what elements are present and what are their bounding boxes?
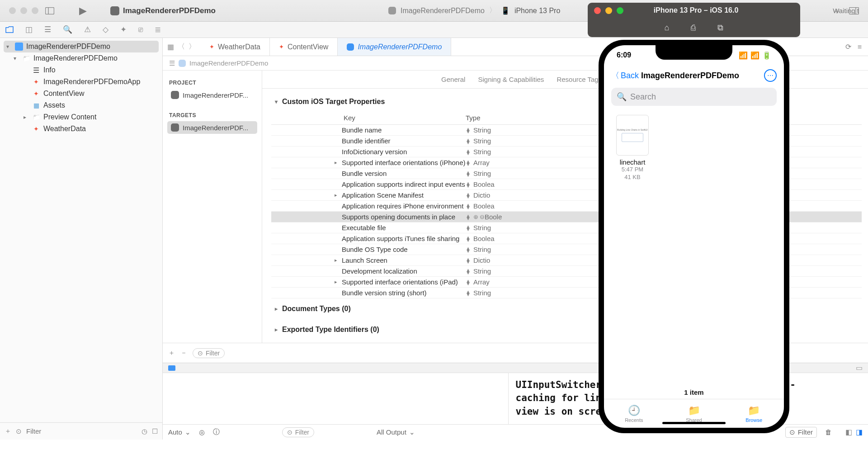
home-indicator[interactable] [662,422,726,424]
app-icon [179,60,186,67]
debug-tag-icon[interactable] [168,365,175,371]
app-icon [171,91,179,99]
tree-item-label: ContentView [43,90,84,98]
refresh-icon[interactable]: ⟳ [845,43,851,51]
breakpoint-navigator-icon[interactable]: ⎚ [138,25,143,34]
file-time: 5:47 PM [613,166,652,174]
back-icon[interactable]: 〈 [178,42,185,52]
tree-item-preview[interactable]: ▸ Preview Content [4,111,159,123]
debug-navigator-icon[interactable]: ✦ [120,25,127,34]
assets-icon: ▦ [32,101,40,109]
swift-icon: ✦ [32,90,40,98]
panels-icon[interactable] [849,7,859,14]
screenshot-icon[interactable]: ⎙ [691,23,696,33]
variables-scope[interactable]: Auto⌄ [168,428,191,436]
search-icon: 🔍 [617,92,627,102]
run-button[interactable]: ▶ [79,5,87,17]
tab-general[interactable]: General [441,76,465,83]
doc-outline-icon[interactable]: ☰ [169,59,175,67]
scheme-name: ImageRendererPDFDemo [123,6,216,15]
sim-traffic-lights[interactable] [588,7,623,14]
add-icon[interactable]: ＋ [5,427,11,435]
chevron-right-icon[interactable]: ▸ [24,114,29,120]
item-count: 1 item [604,386,784,399]
zoom-dot[interactable] [32,7,38,14]
project-header: PROJECT [169,80,255,86]
close-dot[interactable] [9,7,16,14]
phone-icon: 📱 [501,6,510,15]
left-panel-icon[interactable]: ◧ [845,428,852,436]
find-navigator-icon[interactable]: 🔍 [63,25,72,34]
trash-icon[interactable]: 🗑 [825,428,832,436]
app-icon [110,6,119,15]
files-grid[interactable]: Building Line Charts in SwiftUI linechar… [604,110,784,386]
vars-filter[interactable]: ⊙Filter [282,427,314,437]
issue-navigator-icon[interactable]: ⚠ [84,25,91,34]
scope-icon[interactable]: ⊙ [16,427,22,435]
tree-group[interactable]: ▾ ImageRendererPDFDemo [4,52,159,64]
clock-icon[interactable]: ◷ [142,427,147,435]
report-navigator-icon[interactable]: ≣ [155,25,161,34]
info-icon[interactable]: ⓘ [213,428,220,436]
symbol-navigator-icon[interactable]: ☰ [44,25,51,34]
quicklook-icon[interactable]: ◎ [199,428,205,436]
scheme-selector[interactable]: ImageRendererPDFDemo [107,5,219,17]
plus-icon[interactable]: ＋ [833,5,841,16]
app-icon-small [388,7,396,14]
add-target-icon[interactable]: ＋ [168,349,175,357]
tab-contentview[interactable]: ✦ContentView [270,38,338,56]
tree-item-app[interactable]: ✦ ImageRendererPDFDemoApp [4,76,159,88]
fwd-icon[interactable]: 〉 [189,42,196,52]
chevron-down-icon[interactable]: ▾ [14,55,19,61]
svg-rect-2 [849,8,859,14]
signal-icon: 📶 [739,51,748,60]
minimize-dot[interactable] [20,7,27,14]
more-button[interactable]: ⋯ [764,69,777,82]
rotate-icon[interactable]: ⧉ [717,23,723,33]
tab-weatherdata[interactable]: ✦WeatherData [200,38,270,56]
editor-options-icon[interactable]: ≡ [858,43,862,51]
chevron-down-icon[interactable]: ▾ [6,43,12,50]
swift-icon: ✦ [279,43,284,50]
output-mode[interactable]: All Output⌄ [377,428,415,436]
sidebar-toggle-icon[interactable] [45,6,55,16]
variables-view[interactable] [163,373,509,424]
tree-item-contentview[interactable]: ✦ ContentView [4,88,159,99]
source-control-icon[interactable]: ◫ [25,25,33,34]
project-navigator-icon[interactable] [5,26,14,33]
shared-icon: 📁 [688,405,700,416]
destination-device[interactable]: iPhone 13 Pro [514,7,560,15]
target-item[interactable]: ImageRendererPDF... [167,121,257,134]
tab-project[interactable]: ImageRendererPDFDemo [338,38,451,56]
tree-item-label: Info [43,66,56,74]
minimap-icon[interactable]: ▭ [856,364,863,372]
tree-item-assets[interactable]: ▦ Assets [4,99,159,111]
scheme-sub: ImageRendererPDFDemo [401,7,485,15]
tab-signing[interactable]: Signing & Capabilities [478,76,544,83]
target-filter[interactable]: ⊙Filter [193,348,225,358]
right-panel-icon[interactable]: ◨ [856,428,863,436]
chevron-down-icon[interactable]: ▾ [275,99,278,105]
tab-browse[interactable]: 📁Browse [724,399,784,428]
file-name: linechart [613,158,652,166]
window-traffic-lights[interactable] [9,7,38,14]
app-icon [171,123,179,132]
test-navigator-icon[interactable]: ◇ [103,25,108,34]
scm-filter-icon[interactable]: ☐ [152,427,158,435]
tree-item-weather[interactable]: ✦ WeatherData [4,123,159,135]
search-field[interactable]: 🔍 Search [611,88,777,106]
home-icon[interactable]: ⌂ [665,23,670,33]
navigator-filter-input[interactable] [26,427,137,435]
file-thumbnail: Building Line Charts in SwiftUI [616,115,649,156]
tree-root[interactable]: ▾ ImageRendererPDFDemo [4,41,159,52]
search-placeholder: Search [630,92,656,102]
project-item[interactable]: ImageRendererPDF... [167,89,257,101]
project-navigator: ▾ ImageRendererPDFDemo ▾ ImageRendererPD… [0,38,163,440]
simulator-titlebar[interactable]: iPhone 13 Pro – iOS 16.0 [588,3,800,18]
tree-item-label: ImageRendererPDFDemoApp [43,78,140,86]
related-icon[interactable]: ▦ [167,43,174,51]
file-item[interactable]: Building Line Charts in SwiftUI linechar… [613,115,652,181]
remove-target-icon[interactable]: － [180,349,187,357]
tree-item-info[interactable]: ☰ Info [4,64,159,76]
tab-recents[interactable]: 🕘Recents [604,399,664,428]
